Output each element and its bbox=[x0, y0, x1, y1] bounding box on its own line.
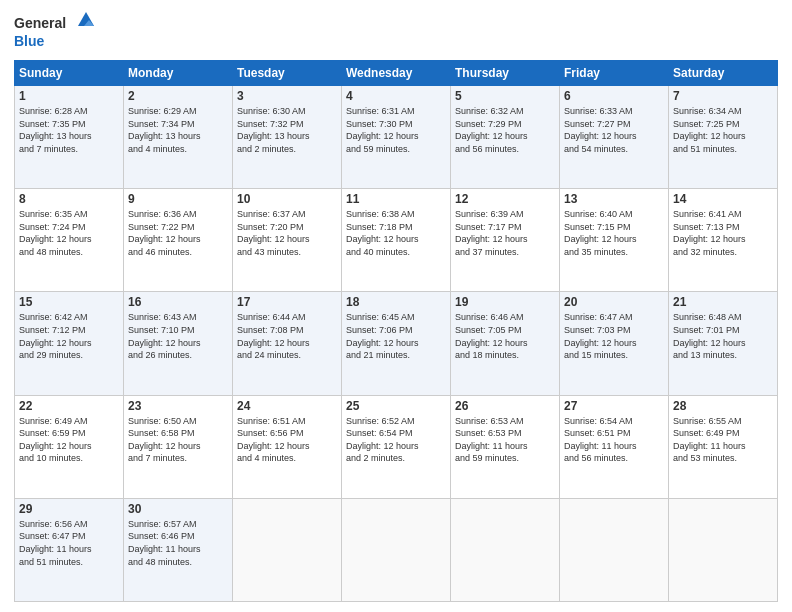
day-number: 12 bbox=[455, 192, 555, 206]
calendar-cell: 13Sunrise: 6:40 AMSunset: 7:15 PMDayligh… bbox=[560, 189, 669, 292]
calendar-cell: 29Sunrise: 6:56 AMSunset: 6:47 PMDayligh… bbox=[15, 498, 124, 601]
day-number: 4 bbox=[346, 89, 446, 103]
col-tuesday: Tuesday bbox=[233, 61, 342, 86]
day-info: Sunrise: 6:55 AMSunset: 6:49 PMDaylight:… bbox=[673, 415, 773, 465]
calendar-cell: 17Sunrise: 6:44 AMSunset: 7:08 PMDayligh… bbox=[233, 292, 342, 395]
calendar-cell: 20Sunrise: 6:47 AMSunset: 7:03 PMDayligh… bbox=[560, 292, 669, 395]
day-number: 25 bbox=[346, 399, 446, 413]
calendar-cell: 12Sunrise: 6:39 AMSunset: 7:17 PMDayligh… bbox=[451, 189, 560, 292]
day-number: 28 bbox=[673, 399, 773, 413]
day-number: 13 bbox=[564, 192, 664, 206]
calendar-cell: 28Sunrise: 6:55 AMSunset: 6:49 PMDayligh… bbox=[669, 395, 778, 498]
calendar-cell: 7Sunrise: 6:34 AMSunset: 7:25 PMDaylight… bbox=[669, 86, 778, 189]
calendar-cell bbox=[669, 498, 778, 601]
day-number: 10 bbox=[237, 192, 337, 206]
day-number: 17 bbox=[237, 295, 337, 309]
day-number: 5 bbox=[455, 89, 555, 103]
day-info: Sunrise: 6:36 AMSunset: 7:22 PMDaylight:… bbox=[128, 208, 228, 258]
day-number: 27 bbox=[564, 399, 664, 413]
header-row: Sunday Monday Tuesday Wednesday Thursday… bbox=[15, 61, 778, 86]
day-info: Sunrise: 6:29 AMSunset: 7:34 PMDaylight:… bbox=[128, 105, 228, 155]
calendar-cell: 18Sunrise: 6:45 AMSunset: 7:06 PMDayligh… bbox=[342, 292, 451, 395]
day-info: Sunrise: 6:38 AMSunset: 7:18 PMDaylight:… bbox=[346, 208, 446, 258]
svg-text:Blue: Blue bbox=[14, 33, 45, 49]
day-number: 14 bbox=[673, 192, 773, 206]
day-number: 21 bbox=[673, 295, 773, 309]
calendar-cell: 26Sunrise: 6:53 AMSunset: 6:53 PMDayligh… bbox=[451, 395, 560, 498]
day-number: 11 bbox=[346, 192, 446, 206]
calendar-table: Sunday Monday Tuesday Wednesday Thursday… bbox=[14, 60, 778, 602]
calendar-cell: 27Sunrise: 6:54 AMSunset: 6:51 PMDayligh… bbox=[560, 395, 669, 498]
day-number: 9 bbox=[128, 192, 228, 206]
day-number: 8 bbox=[19, 192, 119, 206]
logo-svg: General Blue bbox=[14, 10, 94, 52]
day-info: Sunrise: 6:41 AMSunset: 7:13 PMDaylight:… bbox=[673, 208, 773, 258]
day-info: Sunrise: 6:28 AMSunset: 7:35 PMDaylight:… bbox=[19, 105, 119, 155]
day-info: Sunrise: 6:44 AMSunset: 7:08 PMDaylight:… bbox=[237, 311, 337, 361]
calendar-cell: 16Sunrise: 6:43 AMSunset: 7:10 PMDayligh… bbox=[124, 292, 233, 395]
day-number: 2 bbox=[128, 89, 228, 103]
calendar-cell: 1Sunrise: 6:28 AMSunset: 7:35 PMDaylight… bbox=[15, 86, 124, 189]
day-info: Sunrise: 6:45 AMSunset: 7:06 PMDaylight:… bbox=[346, 311, 446, 361]
calendar-week-row: 8Sunrise: 6:35 AMSunset: 7:24 PMDaylight… bbox=[15, 189, 778, 292]
calendar-cell bbox=[342, 498, 451, 601]
col-friday: Friday bbox=[560, 61, 669, 86]
calendar-cell: 22Sunrise: 6:49 AMSunset: 6:59 PMDayligh… bbox=[15, 395, 124, 498]
day-info: Sunrise: 6:35 AMSunset: 7:24 PMDaylight:… bbox=[19, 208, 119, 258]
day-info: Sunrise: 6:37 AMSunset: 7:20 PMDaylight:… bbox=[237, 208, 337, 258]
day-info: Sunrise: 6:52 AMSunset: 6:54 PMDaylight:… bbox=[346, 415, 446, 465]
day-info: Sunrise: 6:57 AMSunset: 6:46 PMDaylight:… bbox=[128, 518, 228, 568]
calendar-week-row: 22Sunrise: 6:49 AMSunset: 6:59 PMDayligh… bbox=[15, 395, 778, 498]
day-number: 23 bbox=[128, 399, 228, 413]
calendar-cell: 6Sunrise: 6:33 AMSunset: 7:27 PMDaylight… bbox=[560, 86, 669, 189]
day-number: 18 bbox=[346, 295, 446, 309]
calendar-cell: 24Sunrise: 6:51 AMSunset: 6:56 PMDayligh… bbox=[233, 395, 342, 498]
calendar-cell: 14Sunrise: 6:41 AMSunset: 7:13 PMDayligh… bbox=[669, 189, 778, 292]
col-wednesday: Wednesday bbox=[342, 61, 451, 86]
calendar-cell: 23Sunrise: 6:50 AMSunset: 6:58 PMDayligh… bbox=[124, 395, 233, 498]
col-sunday: Sunday bbox=[15, 61, 124, 86]
day-number: 3 bbox=[237, 89, 337, 103]
day-number: 24 bbox=[237, 399, 337, 413]
calendar-cell: 4Sunrise: 6:31 AMSunset: 7:30 PMDaylight… bbox=[342, 86, 451, 189]
page: General Blue Sunday Monday Tuesday Wedne… bbox=[0, 0, 792, 612]
calendar-cell: 9Sunrise: 6:36 AMSunset: 7:22 PMDaylight… bbox=[124, 189, 233, 292]
day-number: 22 bbox=[19, 399, 119, 413]
calendar-cell bbox=[451, 498, 560, 601]
day-number: 20 bbox=[564, 295, 664, 309]
header: General Blue bbox=[14, 10, 778, 52]
day-info: Sunrise: 6:51 AMSunset: 6:56 PMDaylight:… bbox=[237, 415, 337, 465]
calendar-cell: 5Sunrise: 6:32 AMSunset: 7:29 PMDaylight… bbox=[451, 86, 560, 189]
day-info: Sunrise: 6:33 AMSunset: 7:27 PMDaylight:… bbox=[564, 105, 664, 155]
col-monday: Monday bbox=[124, 61, 233, 86]
day-number: 1 bbox=[19, 89, 119, 103]
day-info: Sunrise: 6:31 AMSunset: 7:30 PMDaylight:… bbox=[346, 105, 446, 155]
day-number: 16 bbox=[128, 295, 228, 309]
calendar-cell: 8Sunrise: 6:35 AMSunset: 7:24 PMDaylight… bbox=[15, 189, 124, 292]
day-info: Sunrise: 6:43 AMSunset: 7:10 PMDaylight:… bbox=[128, 311, 228, 361]
calendar-cell: 11Sunrise: 6:38 AMSunset: 7:18 PMDayligh… bbox=[342, 189, 451, 292]
calendar-body: 1Sunrise: 6:28 AMSunset: 7:35 PMDaylight… bbox=[15, 86, 778, 602]
day-info: Sunrise: 6:34 AMSunset: 7:25 PMDaylight:… bbox=[673, 105, 773, 155]
day-info: Sunrise: 6:42 AMSunset: 7:12 PMDaylight:… bbox=[19, 311, 119, 361]
day-info: Sunrise: 6:30 AMSunset: 7:32 PMDaylight:… bbox=[237, 105, 337, 155]
day-info: Sunrise: 6:32 AMSunset: 7:29 PMDaylight:… bbox=[455, 105, 555, 155]
day-number: 19 bbox=[455, 295, 555, 309]
day-number: 26 bbox=[455, 399, 555, 413]
calendar-cell: 19Sunrise: 6:46 AMSunset: 7:05 PMDayligh… bbox=[451, 292, 560, 395]
calendar-week-row: 29Sunrise: 6:56 AMSunset: 6:47 PMDayligh… bbox=[15, 498, 778, 601]
calendar-cell: 21Sunrise: 6:48 AMSunset: 7:01 PMDayligh… bbox=[669, 292, 778, 395]
calendar-cell: 3Sunrise: 6:30 AMSunset: 7:32 PMDaylight… bbox=[233, 86, 342, 189]
col-thursday: Thursday bbox=[451, 61, 560, 86]
calendar-week-row: 1Sunrise: 6:28 AMSunset: 7:35 PMDaylight… bbox=[15, 86, 778, 189]
day-info: Sunrise: 6:49 AMSunset: 6:59 PMDaylight:… bbox=[19, 415, 119, 465]
day-info: Sunrise: 6:39 AMSunset: 7:17 PMDaylight:… bbox=[455, 208, 555, 258]
calendar-cell bbox=[560, 498, 669, 601]
calendar-cell: 15Sunrise: 6:42 AMSunset: 7:12 PMDayligh… bbox=[15, 292, 124, 395]
day-info: Sunrise: 6:53 AMSunset: 6:53 PMDaylight:… bbox=[455, 415, 555, 465]
calendar-cell: 2Sunrise: 6:29 AMSunset: 7:34 PMDaylight… bbox=[124, 86, 233, 189]
day-number: 6 bbox=[564, 89, 664, 103]
day-info: Sunrise: 6:50 AMSunset: 6:58 PMDaylight:… bbox=[128, 415, 228, 465]
day-number: 30 bbox=[128, 502, 228, 516]
calendar-cell bbox=[233, 498, 342, 601]
